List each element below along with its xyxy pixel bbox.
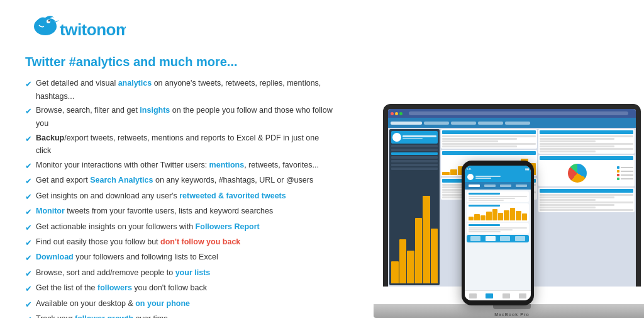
feature-14: ✔ Track your follower growth over time <box>25 312 333 318</box>
chart-bar <box>450 169 458 175</box>
sidebar-item <box>391 156 438 159</box>
legend-label <box>621 167 633 168</box>
right-panel: MacBook Pro 9:41 ▮▮▮ <box>352 0 644 318</box>
legend-label <box>621 178 633 179</box>
panel-header <box>540 130 633 134</box>
check-icon-3: ✔ <box>25 132 32 145</box>
legend-color <box>617 170 619 173</box>
phone-card-chart <box>467 203 529 222</box>
tweets-panel <box>441 129 537 149</box>
check-icon-13: ✔ <box>25 298 32 311</box>
phone-chart-bar <box>469 217 474 220</box>
left-sidebar <box>389 129 440 285</box>
panel-header <box>442 151 536 155</box>
user-profile-widget <box>391 131 438 144</box>
phone-line <box>469 198 515 199</box>
following-line <box>540 204 614 206</box>
mention-line <box>540 140 596 142</box>
phone-bottom-nav <box>465 290 531 300</box>
phone-chart-bar <box>510 208 515 220</box>
legend-label <box>621 171 633 172</box>
app-nav-item <box>451 122 476 125</box>
phone-nav-bar <box>465 182 531 190</box>
legend-color <box>617 178 619 180</box>
mention-line <box>540 145 614 147</box>
pie-chart-container <box>540 161 633 185</box>
main-headline: Twitter #analytics and much more... <box>25 55 333 69</box>
bar <box>415 218 423 283</box>
feature-12: ✔ Get the list of the followers you don'… <box>25 281 333 295</box>
app-nav-item <box>424 122 449 125</box>
right-content-panel <box>538 129 635 285</box>
check-icon-12: ✔ <box>25 282 32 295</box>
phone-line <box>469 200 504 201</box>
phone-action-btn <box>470 236 480 241</box>
feature-3: ✔ Backup/export tweets, retweets, mentio… <box>25 132 333 157</box>
check-icon-1: ✔ <box>25 77 32 91</box>
phone-nav-analytics <box>484 185 496 187</box>
phone-line <box>469 229 513 230</box>
screen-topbar <box>388 109 636 118</box>
check-icon-7: ✔ <box>25 205 32 219</box>
phone-body <box>465 190 531 290</box>
pie-legend <box>617 166 633 180</box>
pie-chart <box>568 164 587 183</box>
panel-header <box>442 130 536 134</box>
svg-point-1 <box>47 20 50 23</box>
phone-action-btn-active <box>486 236 496 241</box>
sidebar-mini-chart <box>391 171 438 283</box>
app-nav-item <box>391 122 422 125</box>
sidebar-item <box>391 149 438 151</box>
phone-chart-bar <box>480 215 486 220</box>
phone-nav-followers <box>500 185 511 187</box>
bar <box>423 196 430 283</box>
phone-card-title-chart <box>469 205 500 207</box>
tweet-line <box>442 138 517 140</box>
bar <box>391 261 399 283</box>
feature-13: ✔ Available on your desktop & on your ph… <box>25 297 333 311</box>
laptop-base: MacBook Pro <box>374 304 644 318</box>
user-handle-line <box>402 138 423 139</box>
phone-mockup: 9:41 ▮▮▮ <box>462 161 534 305</box>
tweet-line <box>442 145 517 147</box>
mention-line <box>540 143 633 145</box>
bar <box>399 239 407 283</box>
feature-6: ✔ Get insights on and download any user'… <box>25 190 333 203</box>
legend-label <box>621 174 633 176</box>
phone-line <box>469 231 501 232</box>
phone-chart-bar <box>522 213 527 220</box>
phone-action-bar <box>467 235 529 242</box>
legend-item <box>617 170 633 173</box>
tweet-line <box>442 135 536 137</box>
feature-8: ✔ Get actionable insights on your follow… <box>25 220 333 234</box>
following-line <box>540 202 633 203</box>
chart-bar <box>442 172 450 175</box>
phone-app-header <box>465 172 531 182</box>
feature-10: ✔ Download your followers and following … <box>25 251 333 264</box>
feature-1: ✔ Get detailed and visual analytics on a… <box>25 77 333 103</box>
check-icon-9: ✔ <box>25 236 32 249</box>
user-name-line <box>402 135 436 137</box>
mention-lines <box>540 135 633 152</box>
sidebar-item <box>391 160 438 162</box>
following-line <box>540 194 633 196</box>
phone-title-area <box>475 176 501 179</box>
feature-2: ✔ Browse, search, filter and get insight… <box>25 104 333 130</box>
following-panel <box>538 188 635 212</box>
mention-line <box>540 148 633 150</box>
mention-line <box>540 135 633 137</box>
phone-mini-lines-2 <box>469 227 527 232</box>
phone-home-icon <box>469 293 477 298</box>
svg-point-2 <box>48 20 50 21</box>
window-close-dot <box>391 112 394 115</box>
feature-7: ✔ Monitor tweets from your favorite user… <box>25 205 333 219</box>
legend-color <box>617 174 619 176</box>
phone-chart-bar <box>516 211 521 220</box>
legend-item <box>617 178 633 180</box>
features-list: ✔ Get detailed and visual analytics on a… <box>25 77 333 318</box>
address-bar <box>409 111 628 115</box>
user-avatar <box>392 133 401 142</box>
phone-chart-bar <box>492 209 497 220</box>
phone-card-title-1 <box>469 193 500 195</box>
phone-nav-following <box>516 185 527 187</box>
